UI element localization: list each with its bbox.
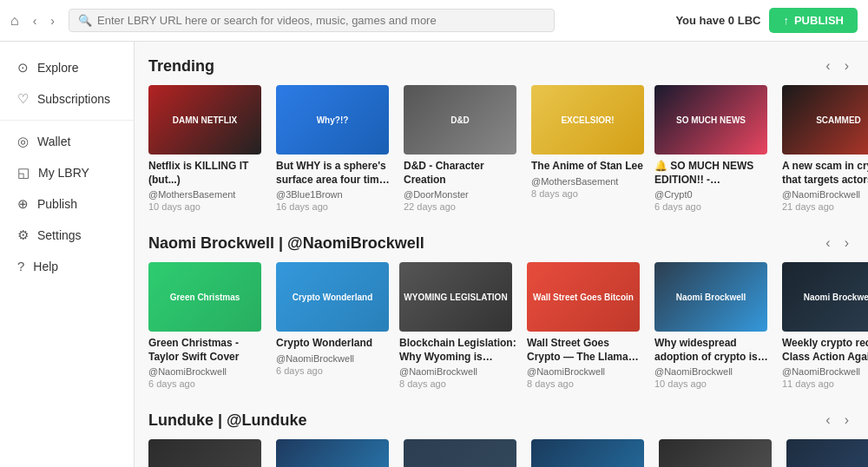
card[interactable]: SCAMMEDA new scam in crypto that targets… <box>782 85 868 212</box>
card[interactable]: Why?!?But WHY is a sphere's surface area… <box>276 85 393 212</box>
wallet-icon: ◎ <box>17 134 29 149</box>
section-next-button[interactable]: › <box>839 56 854 76</box>
home-icon[interactable]: ⌂ <box>10 13 19 29</box>
topbar: ⌂ ‹ › 🔍 You have 0 LBC ↑ PUBLISH <box>0 0 868 42</box>
card-thumbnail: SCAMMED <box>782 85 868 155</box>
thumbnail-image: Why?!? <box>276 85 389 155</box>
section-nav: ‹› <box>820 233 854 253</box>
card-author: @MothersBasement <box>148 189 266 200</box>
card[interactable]: Naomi BrockwellWhy widespread adoption o… <box>654 262 772 389</box>
publish-sidebar-icon: ⊕ <box>17 196 29 212</box>
sidebar-item-label: My LBRY <box>38 166 89 180</box>
section-prev-button[interactable]: ‹ <box>820 233 835 253</box>
section-next-button[interactable]: › <box>839 233 854 253</box>
card-author: @Crypt0 <box>654 189 772 200</box>
cards-row: The Lunduke ShowAndroid vs iOS: Which sp… <box>135 439 868 467</box>
card[interactable]: Crypto WonderlandCrypto Wonderland@Naomi… <box>276 262 389 389</box>
card-title: Crypto Wonderland <box>276 337 389 351</box>
section-header: Trending‹› <box>135 56 868 85</box>
card[interactable]: Naomi BrockwellWeekly crypto recap: Clas… <box>782 262 868 389</box>
sidebar-item-label: Subscriptions <box>37 92 110 106</box>
cards-row: Green ChristmasGreen Christmas - Taylor … <box>135 262 868 389</box>
card-thumbnail: Green Christmas <box>148 262 261 332</box>
sidebar-item-subscriptions[interactable]: ♡ Subscriptions <box>0 83 134 115</box>
thumbnail-image: SO MUCH NEWS <box>654 85 767 155</box>
card-time: 8 days ago <box>531 188 644 199</box>
thumbnail-image: DAMN NETFLIX <box>148 85 261 155</box>
sidebar-item-explore[interactable]: ⊙ Explore <box>0 52 134 83</box>
nav-buttons: ‹ › <box>28 10 60 31</box>
forward-button[interactable]: › <box>45 10 60 31</box>
publish-icon: ↑ <box>783 14 789 27</box>
sidebar-item-my-lbry[interactable]: ◱ My LBRY <box>0 157 134 188</box>
thumbnail-image: Naomi Brockwell <box>782 262 868 332</box>
thumbnail-image: The Lunduke Show <box>531 439 644 467</box>
card-title: Why widespread adoption of crypto is the… <box>654 337 772 364</box>
thumbnail-image: The Lunduke Show <box>786 439 868 467</box>
card-time: 8 days ago <box>527 378 644 389</box>
card[interactable]: The Lunduke ShowLinux Kernel Patch Repla… <box>404 439 521 467</box>
sidebar-item-publish[interactable]: ⊕ Publish <box>0 188 134 220</box>
card[interactable]: The Lunduke ShowAndroid vs iOS: Which sp… <box>148 439 266 467</box>
card[interactable]: Wall Street Goes BitcoinWall Street Goes… <box>527 262 644 389</box>
card[interactable]: D&DD&D - Character Creation@DoorMonster2… <box>404 85 521 212</box>
subscriptions-icon: ♡ <box>17 91 29 107</box>
explore-icon: ⊙ <box>17 60 29 76</box>
card-thumbnail: The Lunduke Show <box>786 439 868 467</box>
card-time: 11 days ago <box>782 378 868 389</box>
section-nav: ‹› <box>820 410 854 431</box>
section-lunduke: Lunduke | @Lunduke‹›The Lunduke ShowAndr… <box>135 396 868 467</box>
card-time: 16 days ago <box>276 201 393 212</box>
card-title: The Anime of Stan Lee <box>531 160 644 174</box>
card[interactable]: WYOMING LEGISLATIONBlockchain Legislatio… <box>399 262 516 389</box>
thumbnail-image: D&D <box>404 85 516 155</box>
publish-button[interactable]: ↑ PUBLISH <box>769 8 858 33</box>
card-title: D&D - Character Creation <box>404 160 521 187</box>
card[interactable]: The Lunduke ShowLinux Thursday - Dec 1, … <box>531 439 648 467</box>
main-content: Trending‹›DAMN NETFLIXNetflix is KILLING… <box>135 0 868 467</box>
card[interactable]: Green ChristmasGreen Christmas - Taylor … <box>148 262 266 389</box>
sidebar-item-settings[interactable]: ⚙ Settings <box>0 220 134 251</box>
card-title: Green Christmas - Taylor Swift Cover <box>148 337 266 364</box>
my-lbry-icon: ◱ <box>17 165 30 181</box>
card-thumbnail: EXCELSIOR! <box>531 85 644 155</box>
back-button[interactable]: ‹ <box>28 10 43 31</box>
sidebar-item-help[interactable]: ? Help <box>0 251 134 281</box>
section-title: Naomi Brockwell | @NaomiBrockwell <box>148 234 424 253</box>
card-time: 6 days ago <box>276 365 389 376</box>
card-author: @NaomiBrockwell <box>276 353 389 364</box>
card-author: @NaomiBrockwell <box>399 366 516 377</box>
card-time: 8 days ago <box>399 378 516 389</box>
search-icon: 🔍 <box>78 14 92 27</box>
card-author: @NaomiBrockwell <box>654 366 772 377</box>
section-prev-button[interactable]: ‹ <box>820 410 835 431</box>
card-title: But WHY is a sphere's surface area four … <box>276 160 393 187</box>
section-next-button[interactable]: › <box>839 410 854 431</box>
thumbnail-image: Wall Street Goes Bitcoin <box>527 262 640 332</box>
card-title: 🔔 SO MUCH NEWS EDITION!! - Cryptocurrenc… <box>654 160 772 187</box>
sidebar-item-label: Explore <box>37 61 78 75</box>
thumbnail-image: The Lunduke Show <box>148 439 261 467</box>
thumbnail-image: EXCELSIOR! <box>531 85 644 155</box>
thumbnail-image: The Lunduke Show <box>659 439 772 467</box>
card[interactable]: DAMN NETFLIXNetflix is KILLING IT (but..… <box>148 85 266 212</box>
card[interactable]: The Lunduke Show5 Pieces of Technology t… <box>786 439 868 467</box>
card-thumbnail: SO MUCH NEWS <box>654 85 767 155</box>
sidebar-item-wallet[interactable]: ◎ Wallet <box>0 126 134 157</box>
help-icon: ? <box>17 259 24 273</box>
card[interactable]: SO MUCH NEWS🔔 SO MUCH NEWS EDITION!! - C… <box>654 85 772 212</box>
card-time: 21 days ago <box>782 201 868 212</box>
card-author: @NaomiBrockwell <box>782 366 868 377</box>
card-author: @NaomiBrockwell <box>148 366 266 377</box>
settings-icon: ⚙ <box>17 227 29 243</box>
card[interactable]: The Lunduke ShowThe Stages of Leaving So… <box>659 439 776 467</box>
thumbnail-image: Crypto Wonderland <box>276 262 389 332</box>
section-nav: ‹› <box>820 56 854 76</box>
thumbnail-image: SCAMMED <box>782 85 868 155</box>
section-prev-button[interactable]: ‹ <box>820 56 835 76</box>
thumbnail-image: The Lunduke Show <box>404 439 516 467</box>
sidebar-item-label: Publish <box>37 197 77 211</box>
card[interactable]: The Lunduke ShowLinux Thursday - Dec 6, … <box>276 439 393 467</box>
card[interactable]: EXCELSIOR!The Anime of Stan Lee@MothersB… <box>531 85 644 212</box>
search-input[interactable] <box>97 14 545 27</box>
